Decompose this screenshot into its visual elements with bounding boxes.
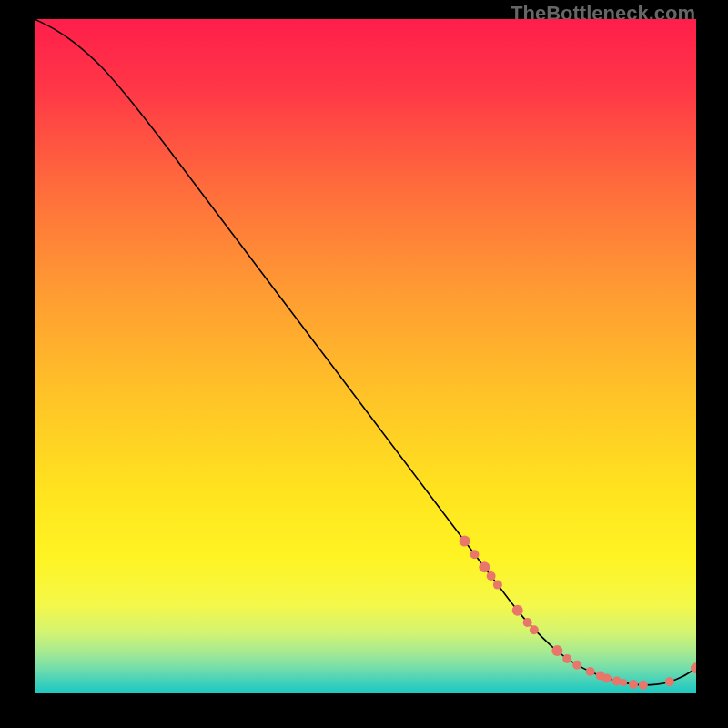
chart-overlay [35, 19, 696, 693]
data-marker [602, 673, 612, 682]
data-marker [523, 618, 532, 627]
data-marker [586, 667, 595, 676]
data-marker [665, 677, 674, 686]
data-marker [551, 645, 562, 656]
data-marker [629, 680, 638, 689]
data-marker [493, 581, 502, 590]
data-marker [639, 681, 648, 690]
curve-line [35, 19, 696, 685]
chart-container: TheBottleneck.com [0, 0, 728, 728]
data-marker [460, 536, 470, 547]
data-marker [512, 605, 523, 616]
data-marker [562, 654, 571, 663]
data-marker [620, 679, 627, 686]
data-marker [612, 676, 622, 685]
data-marker [470, 550, 479, 559]
data-marker [530, 625, 539, 634]
data-marker [572, 661, 581, 670]
data-marker [479, 561, 490, 572]
plot-area [35, 19, 696, 693]
markers-group [460, 536, 696, 690]
data-marker [487, 571, 496, 581]
